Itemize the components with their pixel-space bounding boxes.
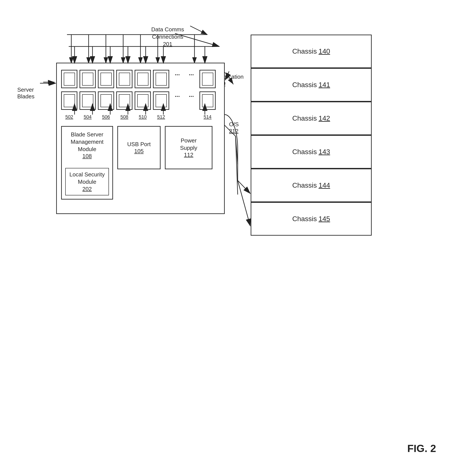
blade-508 — [116, 70, 133, 88]
ellipsis-2: ... — [185, 70, 197, 88]
blade-row2-4 — [116, 92, 133, 110]
lsm-number: 202 — [82, 186, 92, 192]
chassis-141: Chassis 141 — [251, 68, 372, 102]
blade-512 — [153, 70, 169, 88]
blade-num-504: 504 — [80, 114, 96, 120]
data-comms-label: Data Comms Connections 201 — [151, 26, 184, 48]
chassis-140-label: Chassis — [292, 47, 317, 55]
chassis-141-label: Chassis — [292, 81, 317, 89]
chassis-143-label: Chassis — [292, 148, 317, 156]
blade-row2-1 — [61, 92, 77, 110]
os-number: 212 — [229, 128, 239, 135]
bsmm-box: Blade Server Management Module 108 Local… — [61, 126, 113, 200]
blade-row2-3 — [98, 92, 114, 110]
chassis-142: Chassis 142 — [251, 102, 372, 135]
blade-504 — [80, 70, 96, 88]
lsm-box: Local Security Module 202 — [65, 168, 109, 196]
usb-box: USB Port 105 — [117, 126, 160, 169]
chassis-144-number: 144 — [319, 181, 330, 189]
chassis-143-number: 143 — [319, 148, 330, 156]
ellipsis-1: ... — [171, 70, 183, 88]
usb-line1: USB Port — [127, 141, 151, 148]
diagram-container: Data Comms Connections 201 Application 2… — [13, 13, 449, 424]
blade-row2-5 — [135, 92, 151, 110]
os-text: O/S — [229, 121, 239, 128]
blade-num-510: 510 — [135, 114, 151, 120]
lsm-line2: Module — [68, 178, 106, 186]
bsmm-number: 108 — [82, 153, 92, 159]
os-label: O/S 212 — [229, 121, 239, 135]
chassis-141-number: 141 — [319, 81, 330, 89]
main-chassis: ... ... ... ... 502 504 506 508 510 512 … — [56, 63, 225, 214]
lsm-line1: Local Security — [68, 171, 106, 178]
chassis-column: Chassis 140 Chassis 141 Chassis 142 Chas… — [251, 34, 372, 236]
blade-row-1: ... ... — [61, 70, 216, 88]
usb-number: 105 — [134, 148, 143, 154]
ps-line1: Power — [181, 137, 197, 144]
blade-num-512: 512 — [153, 114, 169, 120]
blade-502 — [61, 70, 77, 88]
ps-box: Power Supply 112 — [165, 126, 212, 169]
ellipsis-4: ... — [185, 92, 197, 110]
chassis-145-number: 145 — [319, 215, 330, 223]
blade-row2-6 — [153, 92, 169, 110]
bsmm-line2: Management — [65, 138, 109, 146]
blade-row-2: ... ... — [61, 92, 216, 110]
fig-label: FIG. 2 — [407, 442, 436, 454]
server-blades-label: Server Blades — [17, 86, 34, 100]
bsmm-line3: Module — [65, 146, 109, 153]
chassis-144: Chassis 144 — [251, 169, 372, 202]
chassis-144-label: Chassis — [292, 181, 317, 189]
chassis-142-label: Chassis — [292, 114, 317, 122]
ps-number: 112 — [184, 152, 193, 158]
chassis-145: Chassis 145 — [251, 202, 372, 236]
blade-num-514: 514 — [200, 114, 216, 120]
blade-row2-2 — [80, 92, 96, 110]
data-comms-line1: Data Comms — [151, 26, 184, 33]
blade-row2-7 — [200, 92, 216, 110]
blade-514 — [200, 70, 216, 88]
blade-506 — [98, 70, 114, 88]
blade-510 — [135, 70, 151, 88]
chassis-145-label: Chassis — [292, 215, 317, 223]
data-comms-number: 201 — [151, 41, 184, 48]
modules-area: Blade Server Management Module 108 Local… — [61, 126, 212, 200]
chassis-143: Chassis 143 — [251, 135, 372, 169]
chassis-142-number: 142 — [319, 114, 330, 122]
bsmm-line1: Blade Server — [65, 131, 109, 138]
chassis-140: Chassis 140 — [251, 34, 372, 68]
ps-line2: Supply — [180, 144, 197, 152]
blade-num-502: 502 — [61, 114, 77, 120]
ellipsis-3: ... — [171, 92, 183, 110]
data-comms-line2: Connections — [151, 33, 184, 41]
chassis-140-number: 140 — [319, 47, 330, 55]
blade-num-506: 506 — [98, 114, 114, 120]
blade-numbers: 502 504 506 508 510 512 514 — [61, 114, 216, 120]
blade-num-508: 508 — [116, 114, 133, 120]
